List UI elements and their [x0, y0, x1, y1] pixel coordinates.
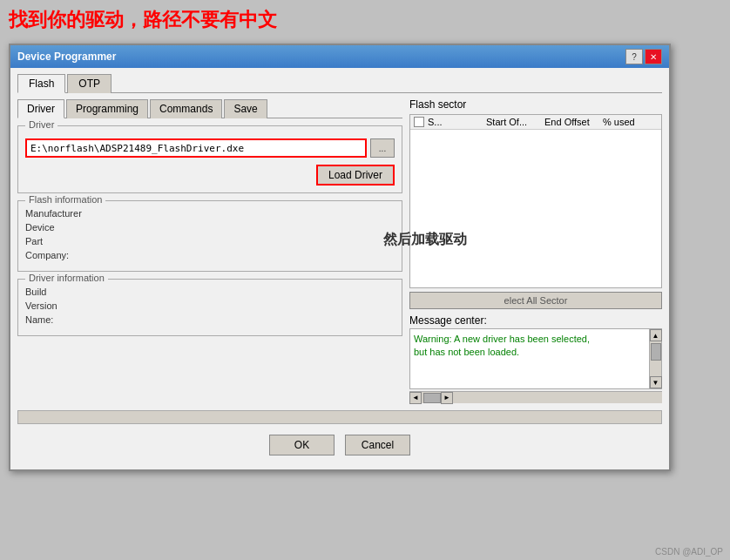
cancel-button[interactable]: Cancel — [345, 435, 410, 455]
flash-sector-table: S... Start Of... End Offset % used — [409, 114, 662, 288]
driver-build: Build — [25, 287, 395, 297]
main-window: Device Programmer ? ✕ Flash OTP Driver P… — [9, 44, 671, 471]
ok-button[interactable]: OK — [269, 435, 335, 455]
message-center-label: Message center: — [409, 314, 662, 327]
right-panel: Flash sector S... Start Of... End Offset… — [409, 98, 662, 403]
driver-section-label: Driver — [25, 119, 57, 130]
load-annotation: 然后加载驱动 — [383, 231, 467, 249]
scroll-left-arrow[interactable]: ◄ — [409, 392, 422, 404]
tab-programming[interactable]: Programming — [66, 99, 148, 118]
tab-flash[interactable]: Flash — [17, 74, 65, 93]
driver-info-section: Driver information Build Version Name: — [17, 279, 402, 336]
driver-version: Version — [25, 300, 395, 311]
browse-button[interactable]: ... — [370, 138, 395, 158]
window-title: Device Programmer — [17, 51, 116, 63]
bottom-buttons: OK Cancel — [17, 435, 662, 462]
select-all-sector-button[interactable]: elect All Sector — [409, 292, 662, 309]
watermark: CSDN @ADI_OP — [655, 547, 723, 557]
left-panel: Driver Programming Commands Save Driver … — [17, 98, 402, 403]
top-annotation: 找到你的驱动，路径不要有中文 — [9, 7, 277, 33]
sector-col-end: End Offset — [544, 117, 599, 127]
flash-part: Part — [25, 236, 395, 246]
sector-header: S... Start Of... End Offset % used — [410, 115, 661, 130]
window-body: Flash OTP Driver Programming Commands Sa… — [10, 68, 669, 469]
flash-sector-label: Flash sector — [409, 98, 662, 111]
tab-commands[interactable]: Commands — [150, 99, 222, 118]
title-bar-buttons: ? ✕ — [625, 49, 662, 64]
driver-name: Name: — [25, 314, 395, 325]
title-bar: Device Programmer ? ✕ — [10, 45, 669, 68]
tab-driver[interactable]: Driver — [17, 99, 64, 118]
scroll-h-thumb[interactable] — [423, 393, 441, 403]
flash-info-section: Flash information Manufacturer Device Pa… — [17, 200, 402, 272]
flash-company: Company: — [25, 250, 395, 260]
message-center-box: Warning: A new driver has been selected,… — [409, 328, 662, 389]
flash-device: Device — [25, 222, 395, 233]
driver-input-row: ... — [25, 138, 395, 158]
flash-info-label: Flash information — [25, 194, 105, 205]
scroll-down-arrow[interactable]: ▼ — [650, 376, 662, 388]
sector-col-s: S... — [428, 117, 483, 127]
scroll-thumb[interactable] — [651, 343, 661, 361]
scroll-up-arrow[interactable]: ▲ — [650, 329, 662, 341]
driver-info-label: Driver information — [25, 273, 108, 283]
tab-save[interactable]: Save — [224, 99, 267, 118]
sub-tabs: Driver Programming Commands Save — [17, 98, 402, 118]
message-scrollbar-v[interactable]: ▲ ▼ — [649, 329, 661, 388]
message-center-text: Warning: A new driver has been selected,… — [414, 333, 646, 360]
main-tabs: Flash OTP — [17, 73, 662, 93]
driver-section: Driver ... Load Driver — [17, 125, 402, 193]
close-button[interactable]: ✕ — [645, 49, 662, 64]
driver-input[interactable] — [25, 138, 367, 158]
load-driver-button[interactable]: Load Driver — [316, 165, 395, 186]
scroll-right-arrow[interactable]: ► — [441, 392, 453, 404]
tab-otp[interactable]: OTP — [67, 74, 112, 93]
message-scrollbar-h[interactable]: ◄ ► — [409, 391, 662, 403]
progress-bar — [17, 410, 662, 424]
flash-manufacturer: Manufacturer — [25, 208, 395, 219]
sector-col-start: Start Of... — [486, 117, 541, 127]
sector-col-used: % used — [603, 117, 658, 127]
help-button[interactable]: ? — [625, 49, 643, 64]
content-area: Driver Programming Commands Save Driver … — [17, 98, 662, 403]
sector-all-checkbox[interactable] — [414, 117, 424, 127]
